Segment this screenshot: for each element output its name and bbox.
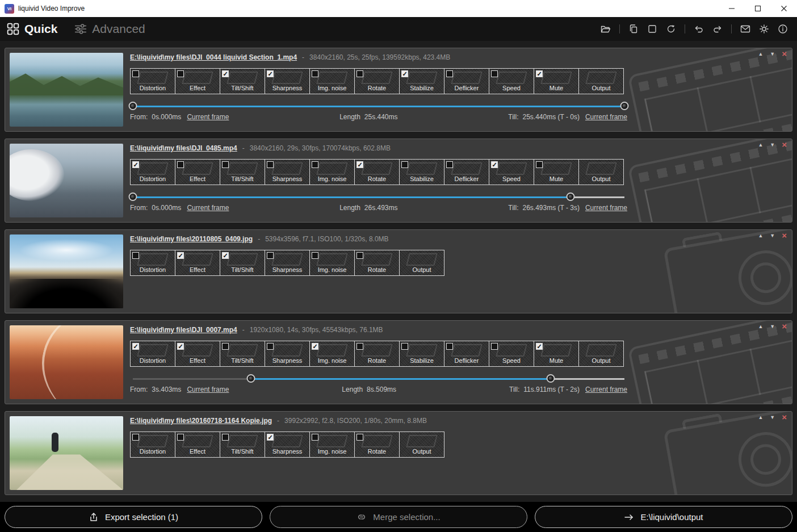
filter-effect-button[interactable]: Effect [175,159,220,185]
contact-button[interactable] [738,22,753,36]
filter-distortion-checkbox[interactable] [132,434,139,441]
filter-rotate-button[interactable]: Rotate [354,68,400,94]
remove-row-button[interactable]: × [782,141,787,149]
filter-distortion-checkbox[interactable] [132,252,139,259]
thumbnail[interactable] [10,53,123,127]
filter-distortion-button[interactable]: ✓ Distortion [130,159,175,185]
move-up-button[interactable]: ▲ [758,232,763,240]
trim-start-handle[interactable] [246,374,255,383]
filter-distortion-button[interactable]: Distortion [130,250,175,276]
filter-img-noise-checkbox[interactable]: ✓ [312,343,318,350]
thumbnail[interactable] [10,325,123,399]
remove-row-button[interactable]: × [782,413,787,421]
filter-rotate-button[interactable]: Rotate [354,341,400,367]
filter-stabilize-checkbox[interactable]: ✓ [401,70,408,77]
filter-stabilize-button[interactable]: ✓ Stabilize [399,68,444,94]
move-down-button[interactable]: ▼ [770,141,775,149]
filter-sharpness-checkbox[interactable]: ✓ [267,434,274,441]
filter-stabilize-button[interactable]: Stabilize [399,159,444,185]
filter-deflicker-checkbox[interactable] [446,161,453,168]
tab-advanced[interactable]: Advanced [74,22,145,36]
filter-tilt-shift-checkbox[interactable]: ✓ [222,70,229,77]
filter-deflicker-checkbox[interactable] [446,70,453,77]
filter-distortion-checkbox[interactable] [132,70,139,77]
filter-tilt-shift-button[interactable]: Tilt/Shift [220,341,265,367]
filter-output-button[interactable]: Output [578,159,624,185]
remove-row-button[interactable]: × [782,232,787,240]
filter-img-noise-button[interactable]: Img. noise [309,432,355,458]
filter-stabilize-button[interactable]: Stabilize [399,341,444,367]
filter-mute-checkbox[interactable]: ✓ [536,70,543,77]
filter-tilt-shift-button[interactable]: ✓ Tilt/Shift [220,250,265,276]
trim-start-handle[interactable] [129,192,137,201]
filter-tilt-shift-checkbox[interactable] [222,161,229,168]
redo-button[interactable] [710,22,725,36]
filter-tilt-shift-checkbox[interactable] [222,343,229,350]
filter-effect-checkbox[interactable] [177,161,184,168]
filter-effect-checkbox[interactable]: ✓ [177,343,184,350]
filter-distortion-button[interactable]: Distortion [130,432,175,458]
filter-mute-button[interactable]: Mute [534,159,579,185]
move-up-button[interactable]: ▲ [758,322,763,330]
maximize-button[interactable] [745,0,771,17]
filter-output-button[interactable]: Output [399,432,444,458]
filter-rotate-checkbox[interactable]: ✓ [356,161,363,168]
filter-img-noise-checkbox[interactable] [312,434,318,441]
file-link[interactable]: E:\liquivid\my files\DJI_0044 liquivid S… [130,53,297,61]
filter-speed-checkbox[interactable] [491,343,498,350]
file-link[interactable]: E:\liquivid\my files\DJI_0007.mp4 [130,326,237,334]
current-frame-from-link[interactable]: Current frame [187,204,229,212]
filter-sharpness-button[interactable]: Sharpness [265,159,310,185]
filter-sharpness-checkbox[interactable] [267,161,274,168]
filter-sharpness-button[interactable]: Sharpness [265,250,310,276]
open-files-button[interactable] [598,22,613,36]
file-link[interactable]: E:\liquivid\my files\20160718-1164 Kopie… [130,417,272,425]
filter-tilt-shift-checkbox[interactable]: ✓ [222,252,229,259]
filter-rotate-checkbox[interactable] [356,70,363,77]
filter-effect-checkbox[interactable] [177,70,184,77]
filter-sharpness-checkbox[interactable] [267,343,274,350]
move-up-button[interactable]: ▲ [758,50,763,58]
filter-img-noise-checkbox[interactable] [312,70,318,77]
filter-effect-button[interactable]: ✓ Effect [175,250,220,276]
trim-end-handle[interactable] [566,192,574,201]
move-down-button[interactable]: ▼ [770,50,775,58]
undo-button[interactable] [691,22,706,36]
filter-speed-button[interactable]: ✓ Speed [489,159,534,185]
current-frame-from-link[interactable]: Current frame [187,113,229,121]
filter-tilt-shift-button[interactable]: Tilt/Shift [220,432,265,458]
select-button[interactable] [645,22,660,36]
export-selection-button[interactable]: Export selection (1) [5,506,262,528]
settings-button[interactable] [757,22,771,36]
filter-effect-checkbox[interactable] [177,434,184,441]
filter-effect-button[interactable]: Effect [175,68,220,94]
filter-rotate-button[interactable]: Rotate [354,432,400,458]
filter-rotate-checkbox[interactable] [356,434,363,441]
move-up-button[interactable]: ▲ [758,413,763,421]
trim-slider[interactable] [133,374,624,383]
trim-end-handle[interactable] [547,374,555,383]
current-frame-till-link[interactable]: Current frame [585,113,627,121]
tab-quick[interactable]: Quick [7,22,57,36]
filter-output-button[interactable]: Output [399,250,444,276]
filter-effect-button[interactable]: ✓ Effect [175,341,220,367]
trim-start-handle[interactable] [129,102,137,110]
filter-deflicker-button[interactable]: Deflicker [444,341,489,367]
filter-effect-checkbox[interactable]: ✓ [177,252,184,259]
filter-img-noise-button[interactable]: Img. noise [309,68,355,94]
merge-selection-button[interactable]: Merge selection... [270,506,527,528]
filter-effect-button[interactable]: Effect [175,432,220,458]
thumbnail[interactable] [10,144,123,217]
filter-sharpness-checkbox[interactable]: ✓ [267,70,274,77]
filter-mute-checkbox[interactable] [536,161,543,168]
filter-output-button[interactable]: Output [578,68,624,94]
file-link[interactable]: E:\liquivid\my files\20110805_0409.jpg [130,235,253,243]
output-folder-button[interactable]: E:\liquivid\output [535,506,792,528]
filter-stabilize-checkbox[interactable] [401,161,408,168]
reset-button[interactable] [664,22,678,36]
copy-button[interactable] [626,22,641,36]
remove-row-button[interactable]: × [782,322,787,330]
filter-distortion-button[interactable]: ✓ Distortion [130,341,175,367]
filter-deflicker-button[interactable]: Deflicker [444,68,489,94]
filter-deflicker-button[interactable]: Deflicker [444,159,489,185]
